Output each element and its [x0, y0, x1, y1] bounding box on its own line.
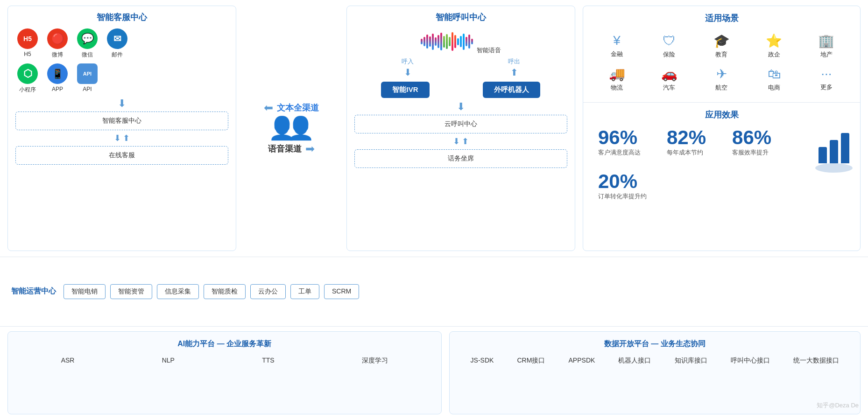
- arrow-left: ⬅: [264, 101, 273, 114]
- auto-icon: 🚗: [661, 66, 677, 82]
- insurance-icon: 🛡: [663, 33, 676, 49]
- right-panels: 适用场景 ¥ 金融 🛡 保险 🎓 教育 ⭐: [583, 6, 861, 251]
- wb1: [421, 39, 423, 44]
- ivr-button[interactable]: 智能IVR: [381, 82, 429, 98]
- wb18: [468, 35, 470, 49]
- stat-20-label: 订单转化率提升约: [598, 192, 647, 201]
- scenario-finance: ¥ 金融: [591, 29, 643, 63]
- scenario-icons: ¥ 金融 🛡 保险 🎓 教育 ⭐ 政企: [591, 29, 853, 96]
- updown-arrows-1: ⬇ ⬆: [15, 133, 228, 143]
- stat-86: 86%: [732, 128, 771, 147]
- arrow-up-1: ⬆: [123, 133, 130, 143]
- data-knowledge: 知识库接口: [675, 356, 707, 365]
- arrow-down-2: ⬇: [114, 133, 121, 143]
- inbound-col: 呼入 ⬇: [402, 57, 414, 78]
- gov-icon: ⭐: [766, 33, 782, 49]
- robot-button[interactable]: 外呼机器人: [483, 82, 540, 98]
- data-robot: 机器人接口: [618, 356, 651, 365]
- channel-weibo: 🔴 微博: [45, 28, 70, 59]
- ops-tag-quality[interactable]: 智能质检: [204, 284, 246, 299]
- h5-icon: H5: [17, 28, 38, 49]
- stat-20: 20%: [598, 172, 647, 191]
- cloud-call-box: 云呼叫中心: [354, 115, 567, 133]
- person-icon-2: 👤: [287, 117, 315, 140]
- ai-items: ASR NLP TTS 深度学习: [19, 356, 430, 365]
- realestate-label: 地产: [820, 50, 833, 59]
- wb17: [466, 37, 467, 46]
- operator-box: 话务坐席: [354, 149, 567, 168]
- realestate-icon: 🏢: [818, 33, 834, 49]
- wb12: [452, 32, 453, 51]
- ecommerce-icon: 🛍: [768, 66, 781, 82]
- smart-voice-label: 智能语音: [477, 46, 501, 55]
- channel-h5: H5 H5: [15, 28, 40, 59]
- call-buttons: 智能IVR 外呼机器人: [354, 82, 567, 98]
- api-label: API: [83, 86, 92, 92]
- api-icon: API: [77, 63, 98, 84]
- miniapp-label: 小程序: [19, 86, 36, 94]
- logistics-icon: 🚚: [609, 66, 625, 82]
- wb14: [457, 38, 459, 45]
- stat-96-label: 客户满意度高达: [598, 148, 641, 157]
- ai-nlp: NLP: [162, 356, 175, 365]
- wb4: [429, 36, 431, 47]
- scenario-title: 适用场景: [591, 13, 853, 24]
- stat-86-label: 客服效率提升: [732, 148, 771, 157]
- top-row: 智能客服中心 H5 H5 🔴 微博 💬 微信: [0, 0, 868, 257]
- wb10: [446, 34, 448, 49]
- effect-panel: 应用效果 96% 客户满意度高达 82% 每年成本节约: [583, 103, 860, 251]
- data-bigdata: 统一大数据接口: [793, 356, 839, 365]
- finance-icon: ¥: [613, 33, 621, 48]
- channel-icons: H5 H5 🔴 微博 💬 微信 ✉ 邮件: [15, 28, 228, 59]
- scenario-logistics: 🚚 物流: [591, 63, 643, 96]
- bar-3: [841, 133, 849, 163]
- scenario-auto: 🚗 汽车: [643, 63, 695, 96]
- channel-miniapp: ⬡ 小程序: [15, 63, 40, 94]
- channel-email: ✉ 邮件: [105, 28, 129, 59]
- logistics-label: 物流: [611, 84, 623, 92]
- effect-content: 96% 客户满意度高达 82% 每年成本节约 86% 客服效率提升: [591, 126, 853, 203]
- ops-tag-workorder[interactable]: 工单: [290, 284, 319, 299]
- bar-2: [830, 140, 838, 163]
- bottom-row: AI能力平台 — 企业服务革新 ASR NLP TTS 深度学习 数据开放平台 …: [0, 327, 868, 419]
- weixin-label: 微信: [82, 51, 93, 59]
- ops-tag-asset[interactable]: 智能资管: [110, 284, 152, 299]
- email-icon: ✉: [107, 28, 127, 49]
- ops-tag-cloud[interactable]: 云办公: [250, 284, 286, 299]
- wb9: [443, 36, 445, 48]
- arrow-down-call: ⬇: [354, 102, 567, 112]
- arrow-down-1: ⬇: [15, 98, 228, 109]
- operations-row: 智能运营中心 智能电销 智能资管 信息采集 智能质检 云办公 工单 SCRM: [0, 257, 868, 327]
- weixin-icon: 💬: [77, 28, 98, 49]
- ops-tags: 智能电销 智能资管 信息采集 智能质检 云办公 工单 SCRM: [64, 284, 359, 299]
- weibo-icon: 🔴: [47, 28, 68, 49]
- wb5: [432, 34, 434, 50]
- wb8: [440, 33, 442, 50]
- scenario-realestate: 🏢 地产: [800, 29, 853, 63]
- ops-tag-info[interactable]: 信息采集: [157, 284, 199, 299]
- ops-tag-telemarketing[interactable]: 智能电销: [64, 284, 106, 299]
- stats-grid: 96% 客户满意度高达 82% 每年成本节约 86% 客服效率提升: [591, 126, 808, 203]
- arrow-up-2: ⬆: [462, 136, 469, 147]
- ops-tag-scrm[interactable]: SCRM: [324, 284, 359, 299]
- chart-shadow: [815, 163, 853, 173]
- weibo-label: 微博: [52, 51, 63, 59]
- channel-weixin: 💬 微信: [75, 28, 99, 59]
- wb11: [449, 37, 451, 46]
- wb16: [463, 34, 465, 50]
- ai-asr: ASR: [61, 356, 75, 365]
- wb7: [438, 35, 439, 48]
- connector-area: ⬅ 文本全渠道 👤 👤 语音渠道 ➡: [240, 0, 343, 257]
- education-label: 教育: [715, 50, 727, 59]
- bar-chart: [819, 126, 849, 163]
- wb3: [426, 35, 428, 49]
- app-icon: 📱: [47, 63, 68, 84]
- arrow-outbound: ⬆: [510, 67, 518, 78]
- aviation-icon: ✈: [716, 66, 727, 82]
- scenario-panel: 适用场景 ¥ 金融 🛡 保险 🎓 教育 ⭐: [583, 6, 860, 103]
- stat-conversion: 20% 订单转化率提升约: [598, 172, 647, 201]
- ops-title: 智能运营中心: [11, 286, 56, 296]
- customer-service-panel: 智能客服中心 H5 H5 🔴 微博 💬 微信: [7, 6, 236, 251]
- stat-satisfaction: 96% 客户满意度高达: [598, 128, 641, 157]
- auto-label: 汽车: [663, 84, 675, 92]
